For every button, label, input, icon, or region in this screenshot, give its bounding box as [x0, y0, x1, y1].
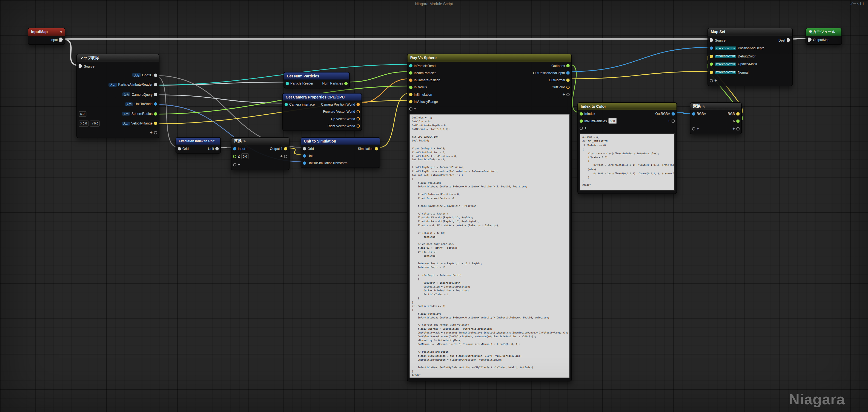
pin-input-1[interactable]	[233, 147, 237, 150]
exec-pin-source[interactable]	[79, 64, 83, 68]
wire-grid2d-to-unittosim-grid[interactable]	[155, 75, 303, 147]
pin-opacitymask[interactable]	[710, 63, 713, 66]
pin-up-vector-world[interactable]	[356, 117, 360, 120]
node-header[interactable]: InputMap ▾	[28, 28, 65, 36]
pin-particle-reader[interactable]	[286, 81, 289, 85]
pin-outpositionanddepth[interactable]	[566, 71, 570, 74]
pin-z[interactable]	[233, 154, 237, 158]
add-input-pin[interactable]	[233, 163, 237, 166]
node-get-num-particles[interactable]: Get Num Particles Particle Reader Num Pa…	[283, 72, 350, 89]
pin-right-vector-world[interactable]	[356, 124, 360, 128]
node-header[interactable]: Execution Index to Unit	[176, 138, 220, 145]
add-output-pin-icon[interactable]: +	[280, 154, 283, 158]
add-output-pin[interactable]	[736, 127, 740, 130]
exec-pin-input[interactable]	[59, 37, 63, 42]
wire-velocityrange-to-ray-invelocityrange[interactable]	[155, 100, 409, 124]
pin-simulation[interactable]	[375, 147, 378, 150]
add-input-pin[interactable]	[692, 127, 695, 130]
graph-viewport[interactable]: InputMap ▾ Input マップ取得 Source 入力 Gr	[0, 0, 868, 412]
add-output-pin[interactable]	[672, 119, 675, 123]
add-output-pin[interactable]	[284, 154, 287, 158]
pin-outindex[interactable]	[566, 64, 570, 67]
pin-invelocityrange[interactable]	[409, 100, 412, 103]
node-convert-unit[interactable]: 変換 ✎ Input 1 Output 1 Z 0.0 + +	[231, 137, 289, 170]
add-output-pin[interactable]	[566, 93, 570, 96]
wire-simulation-to-ray-insimulation[interactable]	[380, 93, 409, 147]
node-input-map[interactable]: InputMap ▾ Input	[28, 28, 65, 45]
node-header[interactable]: Get Camera Properties CPU/GPU	[283, 94, 362, 101]
exec-pin-source[interactable]	[710, 38, 714, 42]
add-input-pin[interactable]	[409, 107, 412, 110]
pin-forward-vector-world[interactable]	[356, 110, 360, 113]
add-input-pin-icon[interactable]: +	[238, 163, 240, 167]
graph-canvas[interactable]: InputMap ▾ Input マップ取得 Source 入力 Gr	[0, 0, 868, 412]
node-index-to-color[interactable]: Index to Color InIndex OutRGBA InNumPart…	[578, 102, 677, 194]
pin-camera-position-world[interactable]	[356, 103, 360, 106]
pin-insimulation[interactable]	[409, 93, 412, 96]
pin-inradius[interactable]	[409, 85, 412, 89]
node-header[interactable]: 出力モジュール	[806, 28, 841, 36]
wire-sphereradius-to-ray-inradius[interactable]	[155, 86, 409, 114]
hlsl-code-block[interactable]: OutIndex = -1; OutColor = 0; OutPosition…	[409, 114, 570, 378]
pin-outnormal[interactable]	[566, 78, 570, 81]
z-value-field[interactable]: 0.0	[241, 153, 249, 159]
edit-icon[interactable]: ✎	[702, 104, 705, 108]
pin-debugcolor[interactable]	[710, 55, 713, 58]
add-input-pin[interactable]	[580, 126, 583, 130]
pin-innumparticles[interactable]	[580, 119, 583, 123]
pin-inparticleread[interactable]	[409, 64, 412, 67]
wire-cameraquery-to-getcam[interactable]	[155, 95, 285, 103]
pin-unit[interactable]	[303, 154, 306, 157]
add-output-pin-icon[interactable]: +	[733, 126, 735, 131]
add-input-pin[interactable]	[710, 79, 713, 82]
pin-rgb[interactable]	[736, 112, 740, 115]
pin-normal[interactable]	[710, 71, 713, 74]
pin-unit[interactable]	[215, 147, 219, 150]
node-get-camera-properties[interactable]: Get Camera Properties CPU/GPU Camera int…	[282, 93, 362, 131]
add-pin-icon[interactable]: +	[150, 130, 153, 134]
node-header[interactable]: Index to Color	[578, 103, 677, 110]
add-output-pin-icon[interactable]: +	[668, 119, 670, 123]
node-map-set[interactable]: Map Set Source Dest STACKCONTEXT Positio…	[708, 28, 793, 86]
pin-positionanddepth[interactable]	[710, 46, 713, 50]
exec-pin-dest[interactable]	[787, 38, 790, 42]
pin-grid2d[interactable]	[154, 73, 157, 77]
velocityrange-y-field[interactable]: Y 0.0	[90, 121, 100, 126]
wire-ray-outnormal-to-mapset-normal[interactable]	[569, 71, 711, 79]
innumparticles-value-field[interactable]: 500	[608, 118, 617, 124]
node-header[interactable]: 変換 ✎	[690, 103, 741, 110]
pin-a[interactable]	[736, 119, 740, 123]
pin-sphereradius[interactable]	[154, 112, 157, 115]
pin-grid[interactable]	[178, 147, 181, 150]
wire-ray-outposdepth-to-mapset[interactable]	[569, 47, 711, 72]
add-pin[interactable]	[154, 131, 157, 134]
pin-rgba[interactable]	[692, 112, 695, 115]
add-input-pin-icon[interactable]: +	[697, 126, 699, 131]
velocityrange-x-field[interactable]: X 0.0	[79, 121, 89, 126]
add-input-pin-icon[interactable]: +	[414, 107, 416, 111]
node-convert-color[interactable]: 変換 ✎ RGBA RGB A + +	[690, 102, 742, 134]
node-header[interactable]: Ray Vs Sphere	[408, 54, 571, 62]
node-header[interactable]: Map Set	[708, 28, 792, 36]
add-input-pin-icon[interactable]: +	[714, 78, 717, 82]
pin-innumparticles[interactable]	[409, 71, 412, 74]
pin-num-particles[interactable]	[344, 81, 348, 85]
pin-incameraposition[interactable]	[409, 78, 412, 81]
node-output-module[interactable]: 出力モジュール OutputMap	[806, 28, 842, 45]
pin-unittosimulationtransform[interactable]	[303, 161, 306, 164]
node-header[interactable]: Get Num Particles	[284, 72, 349, 80]
exec-pin-outputmap[interactable]	[808, 37, 812, 42]
sphereradius-value-field[interactable]: 5.0	[79, 111, 86, 116]
pin-outrgba[interactable]	[672, 112, 675, 115]
edit-icon[interactable]: ✎	[243, 139, 246, 143]
add-output-pin-icon[interactable]: +	[563, 92, 565, 96]
pin-unittoworld[interactable]	[154, 102, 157, 106]
add-input-pin-icon[interactable]: +	[584, 126, 587, 130]
pin-cameraquery[interactable]	[154, 93, 157, 96]
pin-particleattributereader[interactable]	[154, 83, 157, 87]
pin-inindex[interactable]	[580, 112, 583, 115]
pin-outcolor[interactable]	[566, 85, 570, 89]
node-header[interactable]: 変換 ✎	[231, 138, 289, 145]
node-header[interactable]: マップ取得	[77, 54, 159, 62]
node-ray-vs-sphere[interactable]: Ray Vs Sphere InParticleRead OutIndex In…	[407, 54, 572, 382]
